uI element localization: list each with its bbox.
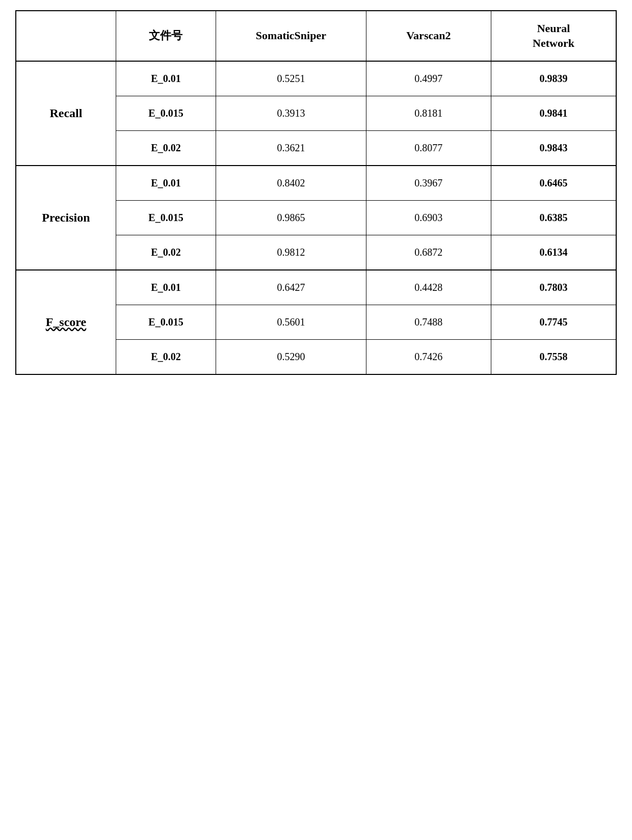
results-table: 文件号 SomaticSniper Varscan2 NeuralNetwork… bbox=[15, 10, 617, 375]
file-id-cell: E_0.01 bbox=[116, 270, 216, 305]
varscan-value: 0.3967 bbox=[366, 166, 491, 201]
varscan-value: 0.4997 bbox=[366, 61, 491, 96]
table-container: 文件号 SomaticSniper Varscan2 NeuralNetwork… bbox=[15, 10, 617, 375]
varscan-value: 0.4428 bbox=[366, 270, 491, 305]
header-row: 文件号 SomaticSniper Varscan2 NeuralNetwork bbox=[16, 11, 616, 61]
file-id-cell: E_0.015 bbox=[116, 96, 216, 131]
nn-value: 0.7558 bbox=[491, 340, 616, 375]
nn-value: 0.7803 bbox=[491, 270, 616, 305]
somatic-value: 0.5290 bbox=[216, 340, 366, 375]
somatic-value: 0.3621 bbox=[216, 131, 366, 166]
varscan-value: 0.7426 bbox=[366, 340, 491, 375]
nn-value: 0.6385 bbox=[491, 201, 616, 235]
file-id-cell: E_0.015 bbox=[116, 305, 216, 340]
varscan-value: 0.8077 bbox=[366, 131, 491, 166]
nn-value: 0.6134 bbox=[491, 235, 616, 270]
header-somatic-sniper: SomaticSniper bbox=[216, 11, 366, 61]
file-id-cell: E_0.015 bbox=[116, 201, 216, 235]
file-id-cell: E_0.02 bbox=[116, 340, 216, 375]
nn-value: 0.9841 bbox=[491, 96, 616, 131]
varscan-value: 0.6903 bbox=[366, 201, 491, 235]
somatic-value: 0.3913 bbox=[216, 96, 366, 131]
header-neural-network: NeuralNetwork bbox=[491, 11, 616, 61]
nn-value: 0.9843 bbox=[491, 131, 616, 166]
somatic-value: 0.8402 bbox=[216, 166, 366, 201]
file-id-cell: E_0.01 bbox=[116, 61, 216, 96]
nn-value: 0.7745 bbox=[491, 305, 616, 340]
header-varscan2: Varscan2 bbox=[366, 11, 491, 61]
group-start-row: RecallE_0.010.52510.49970.9839 bbox=[16, 61, 616, 96]
file-id-cell: E_0.02 bbox=[116, 131, 216, 166]
somatic-value: 0.5601 bbox=[216, 305, 366, 340]
somatic-value: 0.9865 bbox=[216, 201, 366, 235]
file-id-cell: E_0.01 bbox=[116, 166, 216, 201]
somatic-value: 0.6427 bbox=[216, 270, 366, 305]
file-id-cell: E_0.02 bbox=[116, 235, 216, 270]
metric-cell-precision: Precision bbox=[16, 166, 116, 270]
varscan-value: 0.8181 bbox=[366, 96, 491, 131]
nn-value: 0.9839 bbox=[491, 61, 616, 96]
metric-cell-f_score: F_score bbox=[16, 270, 116, 374]
varscan-value: 0.7488 bbox=[366, 305, 491, 340]
header-metric bbox=[16, 11, 116, 61]
varscan-value: 0.6872 bbox=[366, 235, 491, 270]
metric-cell-recall: Recall bbox=[16, 61, 116, 166]
header-file-id: 文件号 bbox=[116, 11, 216, 61]
nn-value: 0.6465 bbox=[491, 166, 616, 201]
group-start-row: F_scoreE_0.010.64270.44280.7803 bbox=[16, 270, 616, 305]
somatic-value: 0.9812 bbox=[216, 235, 366, 270]
group-start-row: PrecisionE_0.010.84020.39670.6465 bbox=[16, 166, 616, 201]
somatic-value: 0.5251 bbox=[216, 61, 366, 96]
